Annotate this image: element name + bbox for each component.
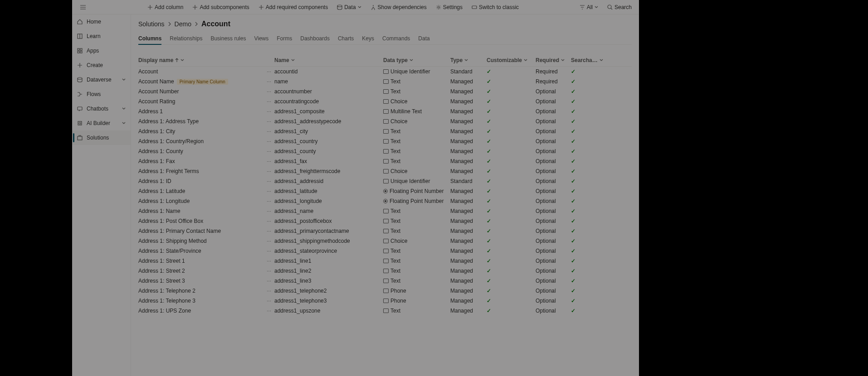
datatype-icon	[383, 279, 389, 283]
row-actions-button[interactable]: ⋯	[267, 179, 272, 184]
datatype-icon	[383, 99, 389, 104]
filter-all-button[interactable]: All	[576, 0, 602, 14]
nav-home[interactable]: Home	[72, 14, 131, 29]
show-dependencies-button[interactable]: Show dependencies	[367, 0, 430, 14]
table-row[interactable]: Address 1: County⋯address1_countyTextMan…	[138, 146, 632, 156]
table-row[interactable]: Address 1: Fax⋯address1_faxTextManaged✓O…	[138, 156, 632, 166]
row-actions-button[interactable]: ⋯	[267, 69, 272, 74]
data-menu-button[interactable]: Data	[333, 0, 365, 14]
table-row[interactable]: Address 1: UPS Zone⋯address1_upszoneText…	[138, 306, 632, 316]
tab-keys[interactable]: Keys	[362, 33, 374, 44]
row-actions-button[interactable]: ⋯	[267, 189, 272, 194]
table-row[interactable]: Address 1: Primary Contact Name⋯address1…	[138, 226, 632, 236]
row-actions-button[interactable]: ⋯	[267, 309, 272, 313]
tab-forms[interactable]: Forms	[277, 33, 292, 44]
col-display-name[interactable]: Display name	[138, 57, 274, 63]
col-required[interactable]: Required	[536, 57, 571, 63]
nav-flows[interactable]: Flows	[72, 87, 131, 101]
row-actions-button[interactable]: ⋯	[267, 159, 272, 164]
cell-name: address1_freighttermscode	[274, 168, 383, 174]
row-actions-button[interactable]: ⋯	[267, 99, 272, 104]
label: Data	[344, 4, 356, 10]
row-actions-button[interactable]: ⋯	[267, 129, 272, 134]
table-row[interactable]: Account Rating⋯accountratingcodeChoiceMa…	[138, 96, 632, 106]
text: Text	[390, 218, 400, 224]
table-row[interactable]: Address 1: Latitude⋯address1_latitudeFlo…	[138, 186, 632, 196]
tab-charts[interactable]: Charts	[338, 33, 354, 44]
table-row[interactable]: Address 1: Street 3⋯address1_line3TextMa…	[138, 276, 632, 286]
tab-dashboards[interactable]: Dashboards	[300, 33, 330, 44]
tab-columns[interactable]: Columns	[138, 33, 161, 44]
row-actions-button[interactable]: ⋯	[267, 219, 272, 224]
table-row[interactable]: Address 1: ID⋯address1_addressidUnique I…	[138, 176, 632, 186]
table-row[interactable]: Address 1: Shipping Method⋯address1_ship…	[138, 236, 632, 246]
nav-learn[interactable]: Learn	[72, 29, 131, 43]
crumb-demo[interactable]: Demo	[175, 20, 191, 28]
row-actions-button[interactable]: ⋯	[267, 209, 272, 214]
settings-button[interactable]: Settings	[432, 0, 466, 14]
table-row[interactable]: Address 1: Name⋯address1_nameTextManaged…	[138, 206, 632, 216]
tab-data[interactable]: Data	[418, 33, 429, 44]
table-row[interactable]: Address 1: Longitude⋯address1_longitudeF…	[138, 196, 632, 206]
row-actions-button[interactable]: ⋯	[267, 279, 272, 284]
search-button[interactable]: Search	[604, 0, 635, 14]
row-actions-button[interactable]: ⋯	[267, 229, 272, 234]
row-actions-button[interactable]: ⋯	[267, 289, 272, 294]
col-type[interactable]: Type	[450, 57, 487, 63]
table-row[interactable]: Account⋯accountidUnique IdentifierStanda…	[138, 67, 632, 77]
row-actions-button[interactable]: ⋯	[267, 299, 272, 304]
tab-commands[interactable]: Commands	[382, 33, 410, 44]
row-actions-button[interactable]: ⋯	[267, 149, 272, 154]
cell-required: Optional	[536, 138, 571, 145]
nav-toggle-button[interactable]	[76, 0, 90, 14]
tab-views[interactable]: Views	[254, 33, 268, 44]
nav-chatbots[interactable]: Chatbots	[72, 101, 131, 116]
row-actions-button[interactable]: ⋯	[267, 259, 272, 264]
table-row[interactable]: Address 1: Freight Terms⋯address1_freigh…	[138, 166, 632, 176]
col-data-type[interactable]: Data type	[383, 57, 450, 63]
table-row[interactable]: Address 1⋯address1_compositeMultiline Te…	[138, 106, 632, 116]
nav-create[interactable]: Create	[72, 58, 131, 72]
row-actions-button[interactable]: ⋯	[267, 269, 272, 274]
switch-classic-button[interactable]: Switch to classic	[468, 0, 522, 14]
nav-dataverse[interactable]: Dataverse	[72, 72, 131, 87]
cell-type: Managed	[450, 188, 487, 194]
row-actions-button[interactable]: ⋯	[267, 79, 272, 84]
table-row[interactable]: Account Number⋯accountnumberTextManaged✓…	[138, 87, 632, 96]
cell-name: accountnumber	[274, 88, 383, 95]
chevron-down-icon	[291, 58, 295, 62]
text: Address 1: Longitude	[138, 198, 190, 204]
nav-ai-builder[interactable]: AI Builder	[72, 116, 131, 130]
table-row[interactable]: Address 1: Street 1⋯address1_line1TextMa…	[138, 256, 632, 266]
table-row[interactable]: Address 1: Telephone 2⋯address1_telephon…	[138, 286, 632, 296]
text: Unique Identifier	[390, 178, 430, 184]
datatype-icon	[383, 269, 389, 273]
row-actions-button[interactable]: ⋯	[267, 199, 272, 204]
col-searchable[interactable]: Searcha…	[571, 57, 603, 63]
row-actions-button[interactable]: ⋯	[267, 89, 272, 94]
table-row[interactable]: Address 1: Telephone 3⋯address1_telephon…	[138, 296, 632, 306]
table-row[interactable]: Address 1: Post Office Box⋯address1_post…	[138, 216, 632, 226]
tab-relationships[interactable]: Relationships	[170, 33, 202, 44]
table-row[interactable]: Address 1: Address Type⋯address1_address…	[138, 116, 632, 126]
tab-business-rules[interactable]: Business rules	[210, 33, 246, 44]
table-row[interactable]: Address 1: City⋯address1_cityTextManaged…	[138, 126, 632, 136]
row-actions-button[interactable]: ⋯	[267, 169, 272, 174]
add-required-button[interactable]: Add required components	[255, 0, 332, 14]
crumb-solutions[interactable]: Solutions	[138, 20, 165, 28]
table-row[interactable]: Address 1: State/Province⋯address1_state…	[138, 246, 632, 256]
nav-solutions[interactable]: Solutions	[72, 130, 131, 145]
row-actions-button[interactable]: ⋯	[267, 109, 272, 114]
nav-apps[interactable]: Apps	[72, 43, 131, 58]
col-name[interactable]: Name	[274, 57, 383, 63]
add-subcomponents-button[interactable]: Add subcomponents	[189, 0, 253, 14]
row-actions-button[interactable]: ⋯	[267, 239, 272, 244]
row-actions-button[interactable]: ⋯	[267, 249, 272, 254]
table-row[interactable]: Address 1: Country/Region⋯address1_count…	[138, 136, 632, 146]
add-column-button[interactable]: Add column	[144, 0, 187, 14]
table-row[interactable]: Account NamePrimary Name Column⋯nameText…	[138, 77, 632, 87]
row-actions-button[interactable]: ⋯	[267, 119, 272, 124]
row-actions-button[interactable]: ⋯	[267, 139, 272, 144]
col-customizable[interactable]: Customizable	[487, 57, 536, 63]
table-row[interactable]: Address 1: Street 2⋯address1_line2TextMa…	[138, 266, 632, 276]
